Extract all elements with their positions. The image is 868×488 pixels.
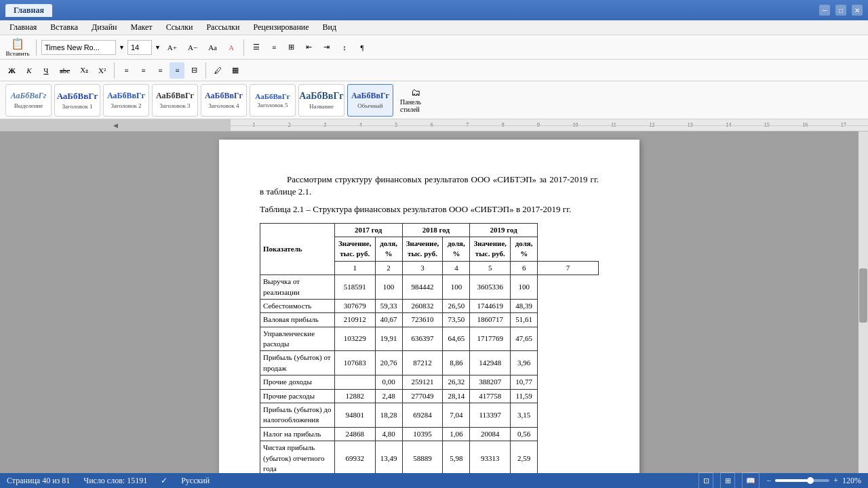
- font-name-input[interactable]: [41, 40, 116, 55]
- borders-button[interactable]: ▦: [228, 62, 243, 79]
- clear-format-button[interactable]: A: [224, 39, 239, 56]
- close-button[interactable]: ✕: [852, 5, 863, 16]
- table-row: Управленческие расходы 10322919,91 63639…: [260, 327, 599, 351]
- bullets-button[interactable]: ☰: [249, 39, 264, 56]
- spell-check-icon[interactable]: ✓: [161, 476, 167, 486]
- home-tab[interactable]: Главная: [5, 4, 52, 17]
- table-row: Чистая прибыль (убыток) отчетного года 6…: [260, 441, 599, 473]
- numbering-button[interactable]: ≡: [267, 39, 281, 56]
- menu-review[interactable]: Рецензирование: [246, 21, 315, 34]
- scroll-thumb[interactable]: [859, 268, 867, 323]
- align-justify-button[interactable]: ≡: [170, 62, 184, 79]
- style-heading3[interactable]: АаБбВвГг Заголовок 3: [152, 84, 198, 117]
- align-center-button[interactable]: ≡: [136, 62, 151, 79]
- table-row: Прибыль (убыток) до налогообложения 9480…: [260, 403, 599, 428]
- menu-references[interactable]: Ссылки: [159, 21, 200, 34]
- style-highlight[interactable]: АаБбВвГг Выделение: [5, 84, 52, 117]
- italic-button[interactable]: К: [22, 62, 37, 79]
- subscript-button[interactable]: X₂: [76, 62, 92, 79]
- menu-home[interactable]: Главная: [3, 21, 43, 34]
- superscript-button[interactable]: X²: [94, 62, 110, 79]
- style-heading5[interactable]: АаБбВвГг Заголовок 5: [250, 84, 296, 117]
- table-title: Таблица 2.1 – Структура финансовых резул…: [260, 203, 599, 216]
- hdr-pct-2018: доля, %: [443, 237, 470, 261]
- columns-button[interactable]: ⊟: [186, 62, 201, 79]
- increase-font-button[interactable]: A+: [163, 39, 181, 56]
- language: Русский: [181, 476, 210, 486]
- multilevel-list-button[interactable]: ⊞: [284, 39, 299, 56]
- sep2: [243, 39, 244, 56]
- table-row: Прочие расходы 128822,48 27704928,14 417…: [260, 389, 599, 403]
- main-toolbar: 📋 Вставить ▼ ▼ A+ A− Aa A ☰ ≡ ⊞ ⇤ ⇥ ↕ ¶: [0, 35, 868, 60]
- word-count: Число слов: 15191: [83, 476, 147, 486]
- style-heading2[interactable]: АаБбВвГг Заголовок 2: [103, 84, 149, 117]
- hdr-val-2017: Значение, тыс. руб.: [334, 237, 375, 261]
- styles-panel-button[interactable]: 🗂 Панель стилей: [396, 84, 435, 117]
- style-title[interactable]: АаБбВвГг Название: [298, 84, 344, 117]
- styles-ribbon: АаБбВвГг Выделение АаБбВвГг Заголовок 1 …: [0, 81, 868, 119]
- status-bar: Страница 40 из 81 Число слов: 15191 ✓ Ру…: [0, 473, 868, 488]
- decrease-indent-button[interactable]: ⇤: [302, 39, 317, 56]
- menu-layout[interactable]: Макет: [124, 21, 159, 34]
- increase-indent-button[interactable]: ⇥: [319, 39, 334, 56]
- menu-view[interactable]: Вид: [316, 21, 344, 34]
- shading-button[interactable]: 🖊: [210, 62, 226, 79]
- hdr-pct-2019: доля, %: [511, 237, 538, 261]
- font-size-input[interactable]: [127, 40, 152, 55]
- table-row: Себестоимость 30767959,33 26083226,50 17…: [260, 299, 599, 312]
- table-row: Налог на прибыль 248684,80 103951,06 200…: [260, 427, 599, 441]
- zoom-controls: − + 120%: [766, 476, 861, 486]
- change-case-button[interactable]: Aa: [204, 39, 221, 56]
- table-row: Прибыль (убыток) от продаж 10768320,76 8…: [260, 351, 599, 375]
- title-bar-left: Главная: [5, 4, 52, 17]
- sep4: [205, 62, 206, 79]
- menu-design[interactable]: Дизайн: [85, 21, 124, 34]
- minimize-button[interactable]: ─: [819, 5, 830, 16]
- document-page: Рассмотрим структуру финансовых результа…: [219, 140, 639, 473]
- table-row: Прочие доходы 0,00 25912126,32 38820710,…: [260, 375, 599, 389]
- financial-table: Показатель 2017 год 2018 год 2019 год Зн…: [260, 223, 599, 473]
- col-2018: 2018 год: [402, 223, 470, 237]
- menu-mailings[interactable]: Рассылки: [199, 21, 246, 34]
- view-normal-button[interactable]: ⊡: [698, 472, 713, 488]
- style-heading4[interactable]: АаБбВвГг Заголовок 4: [201, 84, 247, 117]
- font-dropdown-arrow[interactable]: ▼: [119, 44, 125, 51]
- status-right: ⊡ ⊞ 📖 − + 120%: [698, 472, 861, 488]
- table-header-years: Показатель 2017 год 2018 год 2019 год: [260, 223, 599, 237]
- page-info: Страница 40 из 81: [7, 476, 70, 486]
- menu-insert[interactable]: Вставка: [43, 21, 85, 34]
- show-formatting-button[interactable]: ¶: [355, 39, 370, 56]
- intro-paragraph: Рассмотрим структуру финансовых результа…: [260, 174, 599, 198]
- size-dropdown-arrow[interactable]: ▼: [155, 44, 161, 51]
- view-web-button[interactable]: ⊞: [720, 472, 735, 488]
- table-row: Валовая прибыль 21091240,67 72361073,50 …: [260, 313, 599, 327]
- col-2019: 2019 год: [470, 223, 538, 237]
- paste-button[interactable]: 📋 Вставить: [4, 39, 31, 56]
- style-normal[interactable]: АаБбВвГг Обычный: [347, 84, 393, 117]
- hdr-val-2018: Значение, тыс. руб.: [402, 237, 443, 261]
- bold-button[interactable]: Ж: [4, 62, 20, 79]
- style-heading1[interactable]: АаБбВвГг Заголовок 1: [54, 84, 100, 117]
- window-controls: ─ □ ✕: [819, 5, 863, 16]
- align-right-button[interactable]: ≡: [153, 62, 167, 79]
- view-read-button[interactable]: 📖: [742, 472, 760, 488]
- vertical-scrollbar[interactable]: [859, 131, 868, 473]
- title-bar: Главная ─ □ ✕: [0, 0, 868, 20]
- menu-bar: Главная Вставка Дизайн Макет Ссылки Расс…: [0, 20, 868, 35]
- zoom-minus-button[interactable]: −: [766, 476, 771, 486]
- zoom-slider[interactable]: [775, 479, 829, 482]
- sep1: [36, 39, 37, 56]
- sort-button[interactable]: ↕: [337, 39, 352, 56]
- hdr-val-2019: Значение, тыс. руб.: [470, 237, 511, 261]
- align-left-button[interactable]: ≡: [119, 62, 134, 79]
- sep3: [114, 62, 115, 79]
- formatting-toolbar: Ж К Ч abc X₂ X² ≡ ≡ ≡ ≡ ⊟ 🖊 ▦: [0, 60, 868, 81]
- maximize-button[interactable]: □: [835, 5, 846, 16]
- zoom-plus-button[interactable]: +: [833, 476, 838, 486]
- table-row: Выручка от реализации 518591100 98444210…: [260, 275, 599, 300]
- zoom-percent: 120%: [842, 476, 861, 486]
- col-indicator: Показатель: [260, 223, 335, 275]
- underline-button[interactable]: Ч: [39, 62, 54, 79]
- decrease-font-button[interactable]: A−: [184, 39, 201, 56]
- strikethrough-button[interactable]: abc: [56, 62, 74, 79]
